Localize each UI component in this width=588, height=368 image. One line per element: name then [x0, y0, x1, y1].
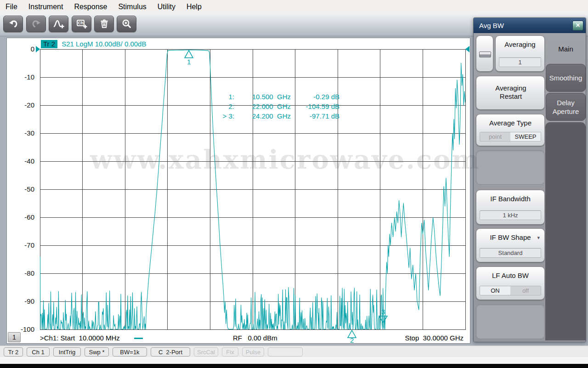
tab-delay-aperture[interactable]: Delay Aperture	[546, 93, 586, 121]
averaging-restart-label: Averaging Restart	[488, 84, 534, 101]
bottom-black-bar	[0, 364, 588, 368]
if-bw-shape-label: IF BW Shape	[476, 233, 544, 242]
redo-icon	[31, 18, 42, 29]
averaging-button[interactable]: Averaging 1	[495, 35, 545, 72]
statusbar-button-empty[interactable]	[268, 347, 303, 357]
chevron-down-icon: ▾	[537, 235, 540, 241]
y-axis-tick-label: -30	[15, 129, 34, 137]
if-bandwidth-value[interactable]: 1 kHz	[480, 210, 541, 220]
average-type-label: Average Type	[476, 119, 544, 127]
statusbar-button-swp-[interactable]: Swp *	[85, 347, 109, 357]
y-axis-tick-label: -10	[15, 73, 34, 81]
marker-readout-row-3: > 3:24.200 GHz-97.71 dB	[181, 111, 339, 121]
y-axis-tick-label: -70	[15, 241, 34, 249]
marker-readout-frequency: 24.200 GHz	[234, 111, 291, 121]
averaging-restart-button[interactable]: Averaging Restart	[476, 76, 545, 110]
average-type-option-sweep[interactable]: SWEEP	[510, 132, 541, 141]
averaging-led-indicator	[479, 51, 491, 57]
menu-item-utility[interactable]: Utility	[158, 3, 175, 11]
delete-button[interactable]	[94, 16, 114, 32]
statusbar-button-bw-1k[interactable]: BW=1k	[113, 347, 147, 357]
status-bar: Tr 2Ch 1IntTrigSwp *BW=1kC 2-PortSrcCalF…	[0, 345, 588, 358]
start-frequency-label[interactable]: >Ch1: Start 10.0000 MHz	[40, 334, 120, 342]
plot-area[interactable]: 123	[7, 38, 470, 343]
bottom-strip	[0, 357, 588, 364]
marker-readout-row-2: 2:22.000 GHz-104.59 dB	[181, 102, 339, 111]
marker-readout-index: 1:	[181, 92, 234, 102]
menu-item-help[interactable]: Help	[187, 3, 202, 11]
marker-3-label: 3	[381, 308, 385, 316]
average-type-button[interactable]: Average Type point SWEEP	[476, 114, 545, 146]
undo-button[interactable]	[3, 16, 23, 32]
statusbar-button-tr-2[interactable]: Tr 2	[4, 347, 23, 357]
marker-readout-value: -104.59 dB	[291, 102, 339, 111]
if-bw-shape-value[interactable]: Standard	[480, 248, 541, 258]
averaging-value[interactable]: 1	[499, 57, 541, 67]
zoom-in-icon	[121, 18, 132, 29]
statusbar-button-inttrig[interactable]: IntTrig	[53, 347, 81, 357]
rf-power-label[interactable]: RF 0.00 dBm	[233, 334, 277, 342]
y-axis-tick-label: 0	[15, 45, 34, 53]
marker-1-icon	[185, 51, 193, 58]
marker-readout-frequency: 22.000 GHz	[234, 102, 291, 111]
trace-header: Tr 2 S21 LogM 10.00dB/ 0.00dB	[41, 40, 146, 48]
menu-bar: FileInstrumentResponseStimulusUtilityHel…	[0, 0, 588, 14]
averaging-toggle-button[interactable]	[476, 35, 493, 72]
marker-readout-value: -0.29 dB	[291, 92, 339, 102]
tab-main[interactable]: Main	[546, 34, 586, 63]
lf-auto-bw-option-off[interactable]: off	[510, 286, 541, 295]
blank-softkey-2	[476, 304, 545, 339]
average-type-option-point[interactable]: point	[480, 132, 510, 141]
y-axis-tick-label: -80	[15, 269, 34, 277]
undo-icon	[8, 18, 19, 29]
trace-badge[interactable]: Tr 2	[41, 40, 57, 48]
menu-item-response[interactable]: Response	[74, 3, 107, 11]
marker-readout-index: 2:	[181, 102, 234, 111]
redo-button[interactable]	[26, 16, 46, 32]
if-bw-shape-button[interactable]: IF BW Shape ▾ Standard	[476, 228, 545, 262]
statusbar-button-ch-1[interactable]: Ch 1	[27, 347, 50, 357]
marker-readout-value: -97.71 dB	[291, 111, 339, 121]
panel-title-bar[interactable]: Avg BW ✕	[474, 18, 586, 33]
y-axis-tick-label: -60	[15, 213, 34, 221]
add-trace-button[interactable]	[49, 16, 68, 32]
measurement-chart: 123 Tr 2 S21 LogM 10.00dB/ 0.00dB 1:10.5…	[6, 38, 470, 344]
lf-auto-bw-switch[interactable]: ON off	[480, 286, 541, 295]
statusbar-button-srccal[interactable]: SrcCal	[194, 347, 218, 357]
average-type-switch[interactable]: point SWEEP	[480, 132, 541, 142]
averaging-label: Averaging	[496, 40, 544, 49]
zoom-button[interactable]	[117, 16, 136, 32]
y-axis-tick-label: -50	[15, 185, 34, 193]
marker-2-label: 2	[350, 336, 354, 343]
statusbar-button-c-2-port[interactable]: C 2-Port	[151, 347, 190, 357]
menu-item-file[interactable]: File	[6, 3, 17, 11]
statusbar-button-pulse[interactable]: Pulse	[242, 347, 264, 357]
if-bandwidth-label: IF Bandwidth	[476, 195, 544, 203]
avg-bw-panel: Avg BW ✕ Averaging 1 Averaging Restart A…	[473, 17, 586, 342]
tab-well	[545, 122, 586, 340]
if-bandwidth-button[interactable]: IF Bandwidth 1 kHz	[476, 190, 545, 225]
trace-title: S21 LogM 10.00dB/ 0.00dB	[62, 40, 146, 48]
channel-badge[interactable]: 1	[8, 332, 21, 342]
lf-auto-bw-option-on[interactable]: ON	[480, 286, 510, 295]
tab-smoothing[interactable]: Smoothing	[546, 64, 586, 92]
marker-1-label: 1	[187, 58, 191, 66]
y-axis-tick-label: -90	[15, 297, 34, 305]
menu-item-instrument[interactable]: Instrument	[28, 3, 63, 11]
add-trace-icon	[53, 18, 65, 29]
lf-auto-bw-label: LF Auto BW	[476, 272, 544, 280]
y-axis-tick-label: -20	[15, 101, 34, 109]
marker-readout-row-1: 1:10.500 GHz-0.29 dB	[181, 92, 339, 102]
close-icon[interactable]: ✕	[572, 21, 583, 31]
y-axis-tick-label: -100	[15, 325, 34, 333]
vna-application-window: FileInstrumentResponseStimulusUtilityHel…	[0, 0, 588, 368]
menu-item-stimulus[interactable]: Stimulus	[118, 3, 146, 11]
lf-auto-bw-button[interactable]: LF Auto BW ON off	[476, 266, 545, 300]
blank-softkey-1	[476, 150, 545, 185]
trace-color-dash	[134, 338, 143, 339]
stop-frequency-label[interactable]: Stop 30.0000 GHz	[373, 334, 464, 342]
y-axis-tick-label: -40	[15, 157, 34, 165]
marker-readout-frequency: 10.500 GHz	[234, 92, 291, 102]
statusbar-button-fix[interactable]: Fix	[222, 347, 238, 357]
add-channel-button[interactable]: Ch	[72, 16, 91, 32]
